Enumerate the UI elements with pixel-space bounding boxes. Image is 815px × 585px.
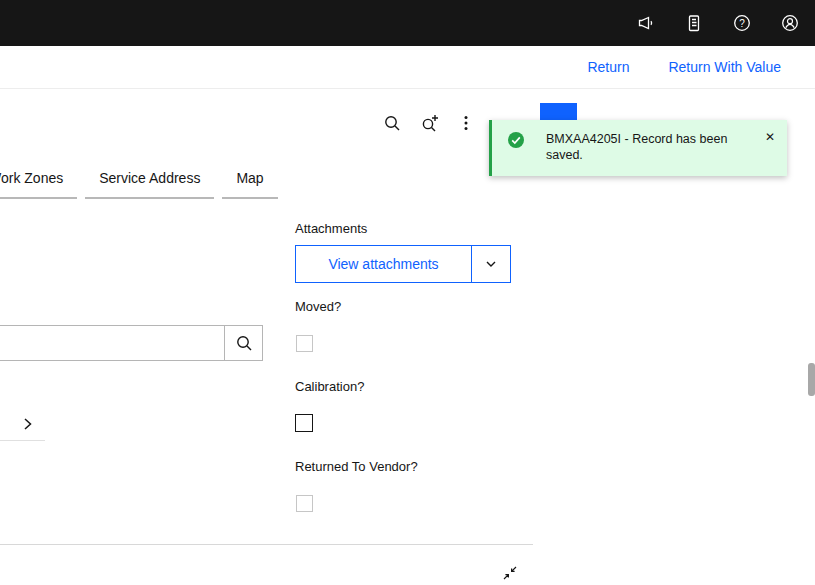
return-link[interactable]: Return (587, 59, 629, 75)
notes-icon (684, 13, 704, 33)
returned-to-vendor-checkbox (296, 495, 313, 512)
toast-close-button[interactable]: ✕ (761, 128, 779, 146)
user-icon (780, 13, 800, 33)
search-button[interactable] (376, 107, 408, 139)
search-input[interactable] (0, 326, 224, 360)
announcement-button[interactable] (630, 7, 662, 39)
svg-text:?: ? (739, 18, 745, 29)
calibration-checkbox[interactable] (295, 414, 313, 432)
tab-bar: Work Zones Service Address Map (0, 160, 286, 199)
announcement-icon (636, 13, 656, 33)
toast-message: BMXAA4205I - Record has been saved. (546, 131, 746, 163)
field-search-button[interactable] (224, 326, 262, 360)
user-button[interactable] (774, 7, 806, 39)
row-divider (0, 440, 45, 441)
moved-checkbox (296, 335, 313, 352)
view-attachments-dropdown-button[interactable] (471, 245, 511, 283)
advanced-search-button[interactable] (414, 107, 446, 139)
notes-button[interactable] (678, 7, 710, 39)
chevron-right-icon (19, 416, 35, 432)
help-icon: ? (732, 13, 752, 33)
kebab-icon (457, 114, 475, 132)
search-icon (383, 114, 401, 132)
calibration-label: Calibration? (295, 379, 364, 394)
close-icon: ✕ (765, 130, 775, 144)
app-header: ? (0, 0, 815, 46)
attachments-label: Attachments (295, 221, 367, 236)
section-divider (0, 544, 533, 545)
tab-service-address[interactable]: Service Address (85, 160, 214, 199)
view-attachments-button[interactable]: View attachments (295, 245, 472, 283)
search-plus-icon (420, 113, 440, 133)
return-bar: Return Return With Value (0, 46, 815, 89)
return-with-value-link[interactable]: Return With Value (668, 59, 781, 75)
chevron-down-icon (484, 257, 498, 271)
partially-hidden-primary-button[interactable] (540, 103, 577, 120)
overflow-menu-button[interactable] (450, 107, 482, 139)
minimize-icon (502, 565, 518, 581)
search-icon (235, 334, 253, 352)
tab-map[interactable]: Map (222, 160, 277, 199)
returned-to-vendor-label: Returned To Vendor? (295, 459, 418, 474)
vertical-scrollbar-thumb[interactable] (808, 363, 815, 396)
success-toast: BMXAA4205I - Record has been saved. ✕ (489, 120, 787, 176)
moved-label: Moved? (295, 299, 341, 314)
help-button[interactable]: ? (726, 7, 758, 39)
view-attachments-split-button: View attachments (295, 245, 511, 283)
expand-row-button[interactable] (10, 407, 43, 440)
success-check-icon (507, 131, 525, 149)
collapse-section-button[interactable] (497, 560, 523, 585)
record-search-field (0, 325, 263, 361)
tab-work-zones[interactable]: Work Zones (0, 160, 77, 199)
